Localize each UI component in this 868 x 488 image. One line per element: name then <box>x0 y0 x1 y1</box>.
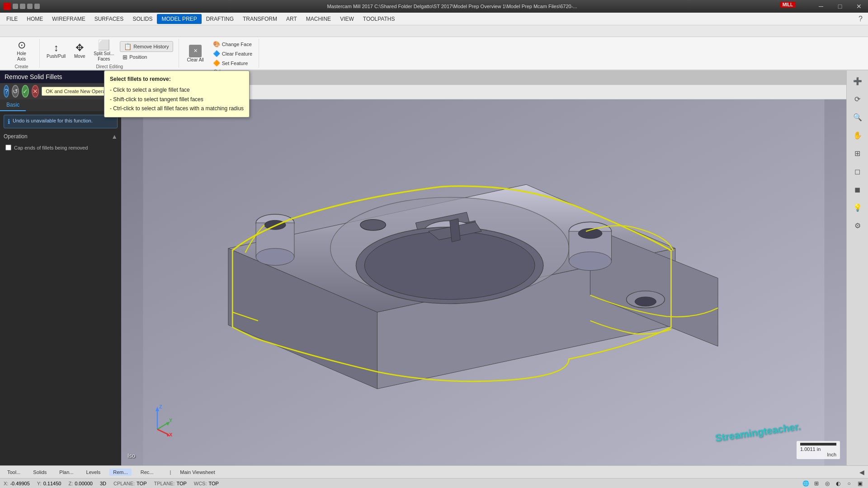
clear-feature-icon: 🔷 <box>213 50 220 57</box>
menu-transform[interactable]: TRANSFORM <box>238 14 282 24</box>
split-sol-button[interactable]: ⬜ Split Sol...Faces <box>91 39 116 63</box>
ribbon-group-direct-editing: ↕ Push/Pull ✥ Move ⬜ Split Sol...Faces 📋… <box>41 39 179 68</box>
y-value: 0.11450 <box>43 481 61 486</box>
color-status-icon[interactable]: ▣ <box>855 479 864 488</box>
clear-all-label: Clear All <box>187 57 204 63</box>
menu-machine[interactable]: MACHINE <box>302 14 335 24</box>
hole-axis-label: HoleAxis <box>17 51 26 62</box>
position-button[interactable]: ⊞ Position <box>120 53 173 61</box>
remove-history-button[interactable]: 📋 Remove History <box>120 41 173 52</box>
vp-light-button[interactable]: 💡 <box>849 199 866 216</box>
shade-status-icon[interactable]: ◐ <box>834 479 843 488</box>
vp-settings-button[interactable]: ⚙ <box>849 217 866 234</box>
clear-feature-label: Clear Feature <box>222 51 252 56</box>
svg-point-12 <box>364 231 535 300</box>
bottom-toolbar: Tool... Solids Plan... Levels Rem... Rec… <box>0 465 868 478</box>
position-label: Position <box>129 54 147 60</box>
cplane: CPLANE: TOP <box>113 481 147 486</box>
move-label: Move <box>74 54 85 59</box>
expand-panel-icon[interactable]: ◀ <box>859 469 864 476</box>
push-pull-button[interactable]: ↕ Push/Pull <box>44 42 68 61</box>
info-icon: ℹ <box>8 118 10 125</box>
section-toggle-icon[interactable]: ▲ <box>111 133 118 140</box>
ribbon: ⊙ HoleAxis Create ↕ Push/Pull ✥ Move ⬜ S <box>0 25 868 70</box>
tab-levels[interactable]: Levels <box>83 469 104 476</box>
menu-wireframe[interactable]: WIREFRAME <box>47 14 90 24</box>
save-icon[interactable] <box>20 4 25 9</box>
undo-icon[interactable] <box>27 4 33 9</box>
ok-icon: ✓ <box>23 88 28 95</box>
app-icon <box>4 3 11 10</box>
tab-remove[interactable]: Rem... <box>109 469 131 476</box>
quick-access-icon[interactable] <box>13 4 18 9</box>
menu-file[interactable]: FILE <box>2 14 22 24</box>
viewsheet-separator: | <box>170 469 171 475</box>
mode-value: 3D <box>100 481 106 486</box>
light-status-icon[interactable]: ○ <box>844 479 854 488</box>
panel-toolbar: ? ↺ ✓ ✕ OK and Create New Operation <box>0 83 121 99</box>
x-label: X: <box>4 481 8 486</box>
help-button[interactable]: ? <box>4 85 9 98</box>
tab-toolpaths[interactable]: Tool... <box>4 469 24 476</box>
vp-fit-button[interactable]: ⊞ <box>849 145 866 162</box>
y-label: Y: <box>37 481 42 486</box>
vp-add-button[interactable]: ➕ <box>849 72 866 89</box>
z-value: 0.00000 <box>75 481 93 486</box>
tooltip-line-1: - Click to select a single fillet face <box>110 85 244 94</box>
vp-shade-button[interactable]: ◼ <box>849 181 866 198</box>
change-face-button[interactable]: 🎨 Change Face <box>210 40 255 48</box>
set-feature-button[interactable]: 🔶 Set Feature <box>210 59 255 67</box>
back-button[interactable]: ↺ <box>12 85 19 98</box>
menu-toolpaths[interactable]: TOOLPATHS <box>359 14 400 24</box>
vp-pan-button[interactable]: ✋ <box>849 127 866 144</box>
tab-solids[interactable]: Solids <box>29 469 50 476</box>
menu-home[interactable]: HOME <box>22 14 47 24</box>
panel-header: Remove Solid Fillets ▲ ✕ <box>0 70 121 83</box>
tab-planes[interactable]: Plan... <box>56 469 77 476</box>
model-svg <box>121 99 846 465</box>
close-button[interactable]: ✕ <box>850 0 868 13</box>
vp-rotate-button[interactable]: ⟳ <box>849 90 866 108</box>
panel-tabs: Basic <box>0 99 121 111</box>
scale-value: 1.0011 in <box>800 446 836 452</box>
tplane: TPLANE: TOP <box>154 481 187 486</box>
menu-view[interactable]: VIEW <box>335 14 359 24</box>
vp-wire-button[interactable]: ◻ <box>849 163 866 180</box>
main-viewsheet-tab[interactable]: Main Viewsheet <box>176 469 218 476</box>
y-coord: Y: 0.11450 <box>37 481 61 486</box>
menu-model-prep[interactable]: MODEL PREP <box>157 14 201 24</box>
scale-bar: 1.0011 in Inch <box>797 441 840 459</box>
cancel-button[interactable]: ✕ <box>32 85 39 98</box>
back-icon: ↺ <box>13 88 18 95</box>
move-button[interactable]: ✥ Move <box>70 42 90 61</box>
cap-ends-row: Cap ends of fillets being removed <box>4 144 118 151</box>
help-icon[interactable]: ? <box>859 15 866 23</box>
world-icon[interactable]: 🌐 <box>801 479 810 488</box>
help-icon: ? <box>5 88 8 95</box>
vp-zoom-button[interactable]: 🔍 <box>849 108 866 126</box>
menu-solids[interactable]: SOLIDS <box>128 14 157 24</box>
menu-drafting[interactable]: DRAFTING <box>202 14 238 24</box>
hole-axis-button[interactable]: ⊙ HoleAxis <box>12 39 32 63</box>
tab-rec[interactable]: Rec... <box>137 469 157 476</box>
ok-button[interactable]: ✓ <box>22 85 29 98</box>
grid-status-icon[interactable]: ⊞ <box>812 479 821 488</box>
tooltip-line-3: - Ctrl-click to select all fillet faces … <box>110 104 244 113</box>
menu-art[interactable]: ART <box>282 14 302 24</box>
menu-surfaces[interactable]: SURFACES <box>90 14 128 24</box>
ribbon-group-color: ✕ Clear All 🎨 Change Face 🔷 Clear Featur… <box>180 39 259 68</box>
window-controls: ─ □ ✕ <box>812 0 868 13</box>
minimize-button[interactable]: ─ <box>812 0 830 13</box>
maximize-button[interactable]: □ <box>831 0 849 13</box>
ribbon-content: ⊙ HoleAxis Create ↕ Push/Pull ✥ Move ⬜ S <box>0 37 868 70</box>
tab-basic[interactable]: Basic <box>0 99 26 111</box>
clear-all-button[interactable]: ✕ Clear All <box>184 43 208 65</box>
create-group-items: ⊙ HoleAxis <box>12 39 32 63</box>
cap-ends-checkbox[interactable] <box>5 145 11 150</box>
direct-editing-label: Direct Editing <box>96 64 123 69</box>
snap-status-icon[interactable]: ◎ <box>823 479 832 488</box>
3d-mode: 3D <box>100 481 106 486</box>
cplane-value: TOP <box>137 481 146 486</box>
redo-icon[interactable] <box>34 4 40 9</box>
clear-feature-button[interactable]: 🔷 Clear Feature <box>210 49 255 58</box>
